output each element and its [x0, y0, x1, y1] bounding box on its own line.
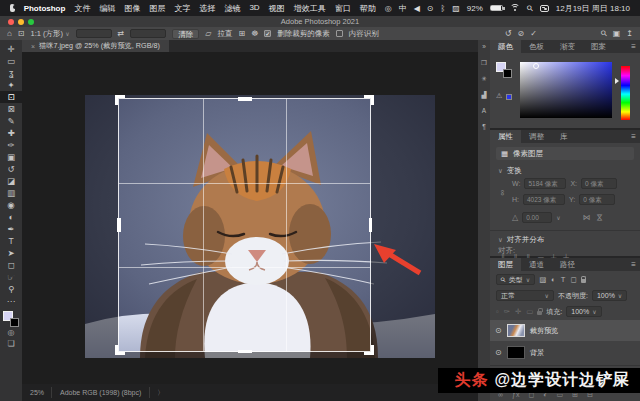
close-document-icon[interactable]: × — [31, 43, 35, 50]
tool-button[interactable]: ✛ — [0, 43, 22, 55]
commit-crop-icon[interactable]: ✓ — [530, 29, 537, 38]
panel-menu-icon[interactable]: ≡ — [631, 130, 636, 143]
menu-item[interactable]: 文件 — [74, 3, 90, 14]
menu-item[interactable]: 窗口 — [335, 3, 351, 14]
layer-row-crop-preview[interactable]: ⊙ 裁剪预览 — [490, 320, 640, 341]
status-icon[interactable]: ◎ — [385, 4, 392, 13]
reset-crop-icon[interactable]: ↺ — [505, 29, 512, 38]
tool-button[interactable]: ✚ — [0, 127, 22, 139]
tool-button[interactable]: ⚲ — [0, 283, 22, 295]
color-field[interactable] — [520, 62, 612, 118]
layer-filter-icon[interactable]: T — [561, 275, 566, 284]
share-icon[interactable]: ↥ — [626, 29, 633, 38]
crop-handle-bottom-left[interactable] — [115, 345, 125, 355]
layer-filter-dropdown[interactable]: ⚲ 类型∨ — [496, 274, 535, 285]
w-input[interactable]: 5184 像素 — [524, 178, 566, 189]
tool-button[interactable]: ✦ — [0, 79, 22, 91]
crop-preset-dropdown[interactable]: 1:1 (方形) ∨ — [31, 29, 70, 39]
crop-handle-top-right[interactable] — [364, 95, 374, 105]
zoom-level[interactable]: 25% — [30, 389, 44, 396]
tool-button[interactable]: ✒ — [0, 223, 22, 235]
layer-visibility-icon[interactable]: ⊙ — [495, 348, 502, 357]
y-input[interactable]: 0 像素 — [579, 194, 615, 205]
tool-button[interactable]: ✎ — [0, 115, 22, 127]
crop-handle-bottom-right[interactable] — [364, 345, 374, 355]
tool-button[interactable]: ⊡ — [0, 91, 22, 103]
lock-all-icon[interactable] — [537, 311, 542, 315]
delete-cropped-checkbox[interactable]: ✓ — [264, 30, 271, 37]
background-color-swatch[interactable] — [10, 318, 19, 327]
layer-thumbnail[interactable] — [507, 346, 525, 359]
fill-dropdown[interactable]: 100%∨ — [566, 306, 601, 317]
panel-tab[interactable]: 渐变 — [552, 40, 583, 53]
dock-panel-icon[interactable]: ▟ — [481, 90, 486, 100]
app-menu[interactable]: Photoshop — [24, 4, 66, 13]
zoom-window-button[interactable] — [28, 19, 34, 25]
menu-item[interactable]: 3D — [249, 3, 259, 14]
layer-visibility-icon[interactable]: ⊙ — [495, 326, 502, 335]
tool-button[interactable]: ◐ — [0, 211, 22, 223]
tool-button[interactable]: ↺ — [0, 163, 22, 175]
status-icon[interactable]: ⊙ — [427, 4, 434, 13]
tool-button[interactable]: ▭ — [0, 55, 22, 67]
tool-button[interactable]: ⋯ — [0, 295, 22, 307]
lock-option-icon[interactable]: ▫ — [496, 307, 499, 316]
filter-lock-icon[interactable] — [581, 279, 586, 283]
menu-item[interactable]: 滤镜 — [224, 3, 240, 14]
clear-button[interactable]: 清除 — [172, 29, 199, 39]
menu-item[interactable]: 文字 — [174, 3, 190, 14]
tool-button[interactable]: ⊠ — [0, 103, 22, 115]
status-icon[interactable]: ▨ — [452, 4, 460, 13]
panel-tab[interactable]: 调整 — [521, 130, 552, 143]
lock-option-icon[interactable]: ▭ — [526, 307, 533, 316]
search-icon[interactable]: ⚲ — [599, 28, 610, 39]
hue-slider[interactable] — [621, 66, 630, 120]
panel-tab[interactable]: 通道 — [521, 258, 552, 271]
menu-item[interactable]: 编辑 — [99, 3, 115, 14]
menu-item[interactable]: 选择 — [199, 3, 215, 14]
crop-handle-right[interactable] — [369, 218, 373, 232]
blend-mode-dropdown[interactable]: 正常∨ — [496, 290, 554, 301]
dock-panel-icon[interactable]: ✳ — [481, 74, 486, 84]
tool-button[interactable]: ◻ — [0, 259, 22, 271]
quick-mask-button[interactable]: ◎ — [8, 327, 15, 338]
minimize-window-button[interactable] — [18, 19, 24, 25]
tool-button[interactable]: ▥ — [0, 187, 22, 199]
spotlight-icon[interactable]: ⚲ — [525, 3, 536, 14]
crop-handle-bottom[interactable] — [238, 350, 252, 354]
panel-tab[interactable]: 图层 — [490, 258, 521, 271]
tool-button[interactable]: T — [0, 235, 22, 247]
lock-option-icon[interactable]: ✑ — [504, 307, 510, 316]
layer-filter-icon[interactable]: ▨ — [539, 275, 546, 284]
panel-menu-icon[interactable]: ≡ — [631, 40, 636, 53]
crop-settings-gear-icon[interactable]: ☸ — [251, 29, 258, 38]
tool-button[interactable]: ◪ — [0, 175, 22, 187]
document-viewport[interactable] — [22, 52, 478, 384]
panel-menu-icon[interactable]: ≡ — [631, 258, 636, 271]
layer-name[interactable]: 背景 — [530, 348, 544, 358]
apple-menu-icon[interactable] — [10, 4, 15, 12]
link-dimensions-icon[interactable]: ∞ — [498, 190, 507, 196]
panel-tab[interactable]: 颜色 — [490, 40, 521, 53]
angle-input[interactable]: 0.00 — [522, 212, 552, 223]
layer-filter-icon[interactable]: ◻ — [570, 275, 576, 284]
straighten-button[interactable]: 拉直 — [217, 29, 232, 39]
h-input[interactable]: 4023 像素 — [523, 194, 565, 205]
panel-tab[interactable]: 属性 — [490, 130, 521, 143]
crop-box[interactable] — [118, 98, 371, 352]
swap-dimensions-icon[interactable]: ⇄ — [118, 29, 125, 38]
crop-handle-top-left[interactable] — [115, 95, 125, 105]
menubar-clock[interactable]: 12月19日 周日 18:10 — [556, 3, 630, 14]
transform-section-header[interactable]: ∨变换 — [498, 166, 522, 176]
panel-tab[interactable]: 色板 — [521, 40, 552, 53]
menu-item[interactable]: 增效工具 — [294, 3, 326, 14]
home-icon[interactable]: ⌂ — [7, 29, 12, 38]
color-field-marker[interactable] — [533, 63, 539, 69]
expand-dock-icon[interactable]: » — [482, 42, 486, 52]
opacity-dropdown[interactable]: 100%∨ — [592, 290, 627, 301]
layer-filter-icon[interactable]: ◐ — [551, 275, 556, 284]
dock-panel-icon[interactable]: ¶ — [482, 122, 486, 132]
crop-height-input[interactable] — [130, 29, 166, 38]
dock-panel-icon[interactable]: A — [482, 106, 486, 116]
x-input[interactable]: 0 像素 — [581, 178, 617, 189]
